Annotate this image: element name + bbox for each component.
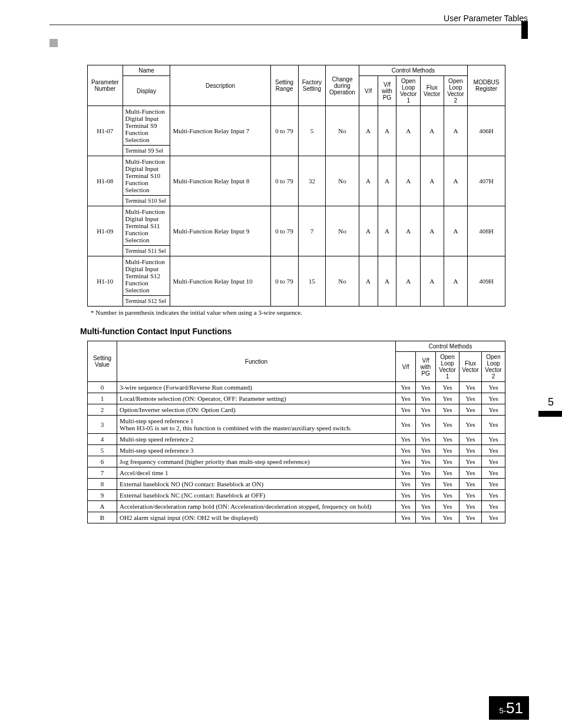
th-flux2: Flux Vector xyxy=(459,352,482,382)
cell-modbus: 407H xyxy=(468,156,505,206)
cell-flux: A xyxy=(420,106,444,156)
table-row: H1-10Multi-Function Digital Input Termin… xyxy=(88,256,505,296)
cell-olv1: Yes xyxy=(436,479,459,490)
cell-vf: Yes xyxy=(396,382,416,393)
cell-vfpg: Yes xyxy=(416,467,436,479)
cell-val: 4 xyxy=(88,434,117,445)
cell-vf: A xyxy=(359,156,378,206)
cell-vfpg: A xyxy=(378,156,396,206)
section-title: Multi-function Contact Input Functions xyxy=(80,327,505,336)
cell-olv2: Yes xyxy=(482,512,505,523)
cell-desc: Multi-Function Relay Input 9 xyxy=(170,206,270,256)
cell-val: 9 xyxy=(88,490,117,501)
cell-val: 6 xyxy=(88,456,117,467)
cell-olv2: Yes xyxy=(482,467,505,479)
cell-modbus: 408H xyxy=(468,206,505,256)
cell-olv2: A xyxy=(444,106,467,156)
th-modbus: MODBUS Register xyxy=(468,65,505,106)
th-param: Parameter Number xyxy=(88,65,123,106)
cell-vf: A xyxy=(359,106,378,156)
cell-flux: Yes xyxy=(459,382,482,393)
table-row: 3Multi-step speed reference 1 When H3-05… xyxy=(88,416,505,434)
cell-vfpg: Yes xyxy=(416,445,436,456)
th-desc: Description xyxy=(170,65,270,106)
table-row: H1-07Multi-Function Digital Input Termin… xyxy=(88,106,505,146)
cell-olv1: A xyxy=(396,156,420,206)
cell-flux: Yes xyxy=(459,393,482,404)
cell-olv1: Yes xyxy=(436,490,459,501)
cell-vfpg: Yes xyxy=(416,501,436,512)
cell-func: Multi-step speed reference 3 xyxy=(117,445,396,456)
cell-func: Accel/decel time 1 xyxy=(117,467,396,479)
cell-vf: Yes xyxy=(396,393,416,404)
cell-flux: Yes xyxy=(459,416,482,434)
cell-name: Multi-Function Digital Input Terminal S1… xyxy=(123,206,170,246)
cell-olv2: A xyxy=(444,256,467,307)
cell-display: Terminal S12 Sel xyxy=(123,296,170,307)
th-olv2: Open Loop Vector 2 xyxy=(444,76,467,106)
page-prefix: 5- xyxy=(500,706,507,715)
cell-vf: A xyxy=(359,206,378,256)
cell-olv1: A xyxy=(396,206,420,256)
cell-flux: Yes xyxy=(459,467,482,479)
cell-olv2: Yes xyxy=(482,393,505,404)
cell-flux: Yes xyxy=(459,404,482,416)
cell-olv1: Yes xyxy=(436,501,459,512)
cell-olv2: Yes xyxy=(482,501,505,512)
page-num: 51 xyxy=(506,699,523,717)
parameter-table: Parameter Number Name Description Settin… xyxy=(87,65,505,307)
function-table: Setting Value Function Control Methods V… xyxy=(87,341,505,523)
page-header: User Parameter Tables xyxy=(0,14,528,23)
cell-flux: Yes xyxy=(459,456,482,467)
cell-vfpg: Yes xyxy=(416,416,436,434)
cell-flux: Yes xyxy=(459,434,482,445)
table-row: 4Multi-step speed reference 2YesYesYesYe… xyxy=(88,434,505,445)
cell-flux: Yes xyxy=(459,490,482,501)
cell-func: 3-wire sequence (Forward/Reverse Run com… xyxy=(117,382,396,393)
cell-range: 0 to 79 xyxy=(270,206,298,256)
cell-olv2: A xyxy=(444,156,467,206)
header-block xyxy=(49,39,58,47)
cell-val: 8 xyxy=(88,479,117,490)
cell-vf: Yes xyxy=(396,445,416,456)
table-row: 9External baseblock NC (NC contact: Base… xyxy=(88,490,505,501)
cell-vfpg: Yes xyxy=(416,382,436,393)
cell-param: H1-10 xyxy=(88,256,123,307)
cell-param: H1-09 xyxy=(88,206,123,256)
cell-func: Local/Remote selection (ON: Operator, OF… xyxy=(117,393,396,404)
cell-olv2: Yes xyxy=(482,382,505,393)
cell-range: 0 to 79 xyxy=(270,256,298,307)
cell-olv1: Yes xyxy=(436,434,459,445)
cell-val: 0 xyxy=(88,382,117,393)
cell-vfpg: A xyxy=(378,106,396,156)
cell-factory: 7 xyxy=(298,206,326,256)
th-name: Name xyxy=(123,65,170,76)
table1-footnote: * Number in parenthesis indicates the in… xyxy=(91,309,505,316)
th-vfpg: V/f with PG xyxy=(378,76,396,106)
table-row: 7Accel/decel time 1YesYesYesYesYes xyxy=(88,467,505,479)
cell-olv1: Yes xyxy=(436,445,459,456)
th-flux: Flux Vector xyxy=(420,76,444,106)
cell-vfpg: Yes xyxy=(416,490,436,501)
cell-olv1: Yes xyxy=(436,416,459,434)
cell-vfpg: A xyxy=(378,256,396,307)
cell-factory: 15 xyxy=(298,256,326,307)
th-val: Setting Value xyxy=(88,341,117,382)
cell-change: No xyxy=(326,106,359,156)
cell-flux: A xyxy=(420,206,444,256)
cell-val: 5 xyxy=(88,445,117,456)
cell-val: B xyxy=(88,512,117,523)
th-ctrl2: Control Methods xyxy=(396,341,505,352)
header-rule xyxy=(49,24,528,25)
cell-val: 7 xyxy=(88,467,117,479)
cell-olv1: Yes xyxy=(436,512,459,523)
cell-vfpg: Yes xyxy=(416,456,436,467)
cell-flux: Yes xyxy=(459,479,482,490)
cell-flux: A xyxy=(420,256,444,307)
cell-func: External baseblock NO (NO contact: Baseb… xyxy=(117,479,396,490)
cell-range: 0 to 79 xyxy=(270,156,298,206)
cell-change: No xyxy=(326,156,359,206)
cell-func: OH2 alarm signal input (ON: OH2 will be … xyxy=(117,512,396,523)
cell-factory: 5 xyxy=(298,106,326,156)
cell-modbus: 409H xyxy=(468,256,505,307)
